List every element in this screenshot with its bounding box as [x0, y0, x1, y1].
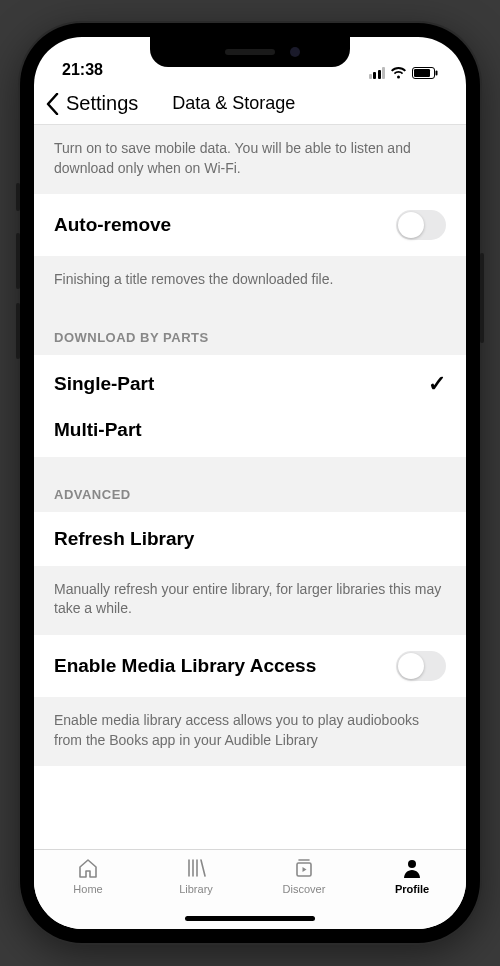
advanced-header: ADVANCED [34, 457, 466, 512]
phone-frame: 21:38 Settings Data & Storage Turn on to… [20, 23, 480, 943]
wifi-only-description: Turn on to save mobile data. You will be… [34, 125, 466, 194]
multi-part-label: Multi-Part [54, 419, 142, 441]
volume-down-button [16, 303, 20, 359]
media-access-description: Enable media library access allows you t… [34, 697, 466, 766]
status-right [369, 67, 439, 79]
tab-label: Library [179, 883, 213, 895]
auto-remove-row[interactable]: Auto-remove [34, 194, 466, 256]
media-access-label: Enable Media Library Access [54, 655, 316, 677]
single-part-label: Single-Part [54, 373, 154, 395]
svg-point-4 [408, 860, 416, 868]
multi-part-row[interactable]: Multi-Part [34, 413, 466, 457]
page-title: Data & Storage [172, 93, 295, 114]
back-chevron-icon[interactable] [44, 92, 60, 116]
refresh-library-row[interactable]: Refresh Library [34, 512, 466, 566]
refresh-library-label: Refresh Library [54, 528, 194, 550]
cellular-icon [369, 67, 386, 79]
discover-icon [291, 856, 317, 880]
profile-icon [399, 856, 425, 880]
screen: 21:38 Settings Data & Storage Turn on to… [34, 37, 466, 929]
tab-home[interactable]: Home [34, 856, 142, 929]
content-scroll[interactable]: Turn on to save mobile data. You will be… [34, 125, 466, 849]
notch [150, 37, 350, 67]
tab-label: Discover [283, 883, 326, 895]
auto-remove-toggle[interactable] [396, 210, 446, 240]
tab-label: Profile [395, 883, 429, 895]
tab-label: Home [73, 883, 102, 895]
wifi-icon [390, 67, 407, 79]
media-access-toggle[interactable] [396, 651, 446, 681]
volume-up-button [16, 233, 20, 289]
download-parts-header: DOWNLOAD BY PARTS [34, 306, 466, 355]
svg-rect-1 [414, 69, 430, 77]
single-part-row[interactable]: Single-Part ✓ [34, 355, 466, 413]
auto-remove-label: Auto-remove [54, 214, 171, 236]
svg-rect-2 [436, 71, 438, 76]
auto-remove-description: Finishing a title removes the downloaded… [34, 256, 466, 306]
battery-icon [412, 67, 438, 79]
tab-profile[interactable]: Profile [358, 856, 466, 929]
refresh-library-description: Manually refresh your entire library, fo… [34, 566, 466, 635]
back-button-label[interactable]: Settings [66, 92, 138, 115]
home-indicator[interactable] [185, 916, 315, 921]
checkmark-icon: ✓ [428, 371, 446, 397]
mute-switch [16, 183, 20, 211]
media-access-row[interactable]: Enable Media Library Access [34, 635, 466, 697]
home-icon [75, 856, 101, 880]
power-button [480, 253, 484, 343]
nav-bar: Settings Data & Storage [34, 83, 466, 125]
status-time: 21:38 [62, 61, 103, 79]
library-icon [183, 856, 209, 880]
